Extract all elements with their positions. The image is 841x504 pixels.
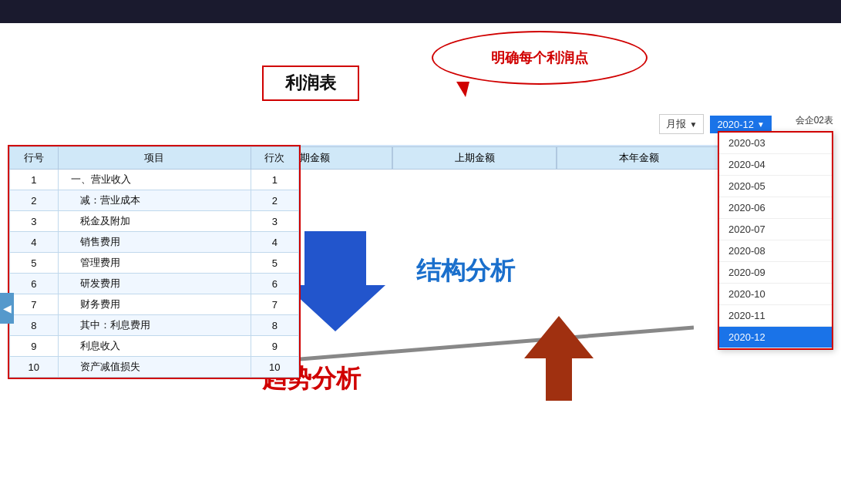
- col-prev-amount: 上期金额: [392, 146, 557, 170]
- cell-row-num: 3: [10, 211, 59, 232]
- dropdown-item[interactable]: 2020-07: [719, 219, 832, 240]
- period-type-chevron: ▼: [689, 120, 697, 129]
- cell-row-num: 5: [10, 253, 59, 274]
- cell-order: 3: [251, 211, 299, 232]
- table-row: 2减：营业成本2: [10, 190, 299, 211]
- cell-row-num: 8: [10, 315, 59, 336]
- period-label: 2020-12: [717, 119, 754, 130]
- cell-order: 5: [251, 253, 299, 274]
- cell-item: 一、营业收入: [58, 170, 251, 190]
- cell-row-num: 4: [10, 232, 59, 253]
- table-row: 7财务费用7: [10, 294, 299, 315]
- period-chevron: ▼: [757, 120, 765, 129]
- cell-row-num: 2: [10, 190, 59, 211]
- cell-order: 8: [251, 315, 299, 336]
- th-order: 行次: [251, 147, 299, 170]
- cell-item: 研发费用: [58, 274, 251, 294]
- period-type-label: 月报: [666, 117, 686, 131]
- cell-order: 6: [251, 274, 299, 294]
- cell-order: 1: [251, 170, 299, 190]
- title-text: 利润表: [285, 73, 336, 92]
- cell-item: 利息收入: [58, 336, 251, 357]
- cell-row-num: 9: [10, 336, 59, 357]
- dropdown-panel: 2020-032020-042020-052020-062020-072020-…: [718, 131, 833, 350]
- overlay-area: 结构分析 趋势分析: [239, 185, 764, 473]
- cell-row-num: 6: [10, 274, 59, 294]
- cell-row-num: 1: [10, 170, 59, 190]
- speech-bubble-text: 明确每个利润点: [491, 49, 588, 67]
- dropdown-item[interactable]: 2020-08: [719, 240, 832, 262]
- cell-order: 4: [251, 232, 299, 253]
- table-row: 5管理费用5: [10, 253, 299, 274]
- cell-order: 2: [251, 190, 299, 211]
- brown-arrow-icon: [524, 316, 594, 401]
- table-row: 4销售费用4: [10, 232, 299, 253]
- table-row: 6研发费用6: [10, 274, 299, 294]
- company-label: 会企02表: [796, 114, 833, 127]
- cell-row-num: 7: [10, 294, 59, 315]
- cell-order: 7: [251, 294, 299, 315]
- dropdown-item[interactable]: 2020-12: [719, 327, 832, 348]
- dropdown-item[interactable]: 2020-09: [719, 262, 832, 284]
- cell-item: 财务费用: [58, 294, 251, 315]
- structure-analysis-text: 结构分析: [416, 254, 515, 288]
- cell-order: 9: [251, 336, 299, 357]
- th-item: 项目: [58, 147, 251, 170]
- cell-item: 税金及附加: [58, 211, 251, 232]
- table-row: 8其中：利息费用8: [10, 315, 299, 336]
- cell-order: 10: [251, 357, 299, 378]
- top-bar: [0, 0, 841, 23]
- left-nav-button[interactable]: ◀: [0, 293, 14, 324]
- th-row-num: 行号: [10, 147, 59, 170]
- table-row: 1一、营业收入1: [10, 170, 299, 190]
- dropdown-item[interactable]: 2020-03: [719, 133, 832, 154]
- dropdown-item[interactable]: 2020-11: [719, 305, 832, 327]
- cell-row-num: 10: [10, 357, 59, 378]
- svg-marker-2: [524, 316, 594, 401]
- table-row: 10资产减值损失10: [10, 357, 299, 378]
- cell-item: 资产减值损失: [58, 357, 251, 378]
- left-nav-icon: ◀: [3, 302, 12, 314]
- dropdown-item[interactable]: 2020-05: [719, 176, 832, 197]
- extended-table-headers: 本期金额 上期金额 本年金额: [227, 145, 722, 170]
- speech-bubble: 明确每个利润点: [432, 31, 648, 85]
- cell-item: 管理费用: [58, 253, 251, 274]
- dropdown-item[interactable]: 2020-10: [719, 284, 832, 305]
- trend-line: [262, 324, 694, 370]
- title-box: 利润表: [262, 66, 359, 101]
- svg-line-1: [262, 328, 694, 362]
- table-row: 9利息收入9: [10, 336, 299, 357]
- dropdown-item[interactable]: 2020-06: [719, 197, 832, 219]
- main-container: 明确每个利润点 利润表 会企02表 月报 ▼ 2020-12 ▼ 单位：元 本期…: [0, 23, 841, 504]
- table-row: 3税金及附加3: [10, 211, 299, 232]
- cell-item: 减：营业成本: [58, 190, 251, 211]
- cell-item: 其中：利息费用: [58, 315, 251, 336]
- col-year-amount: 本年金额: [557, 146, 722, 170]
- profit-table: 行号 项目 行次 1一、营业收入12减：营业成本23税金及附加34销售费用45管…: [8, 145, 301, 379]
- dropdown-item[interactable]: 2020-04: [719, 154, 832, 176]
- period-type-select[interactable]: 月报 ▼: [659, 114, 704, 134]
- cell-item: 销售费用: [58, 232, 251, 253]
